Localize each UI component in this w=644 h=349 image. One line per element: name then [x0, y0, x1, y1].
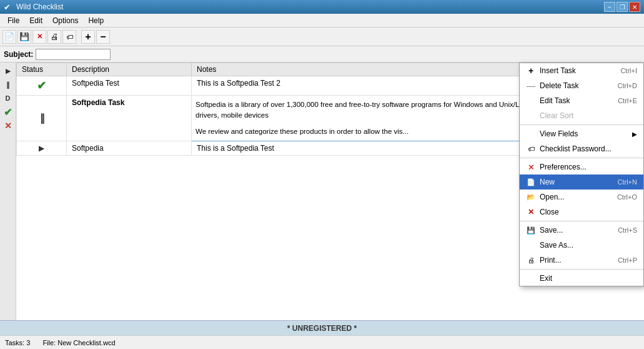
row3-status: ▶ [17, 141, 67, 155]
minimize-button[interactable]: − [604, 2, 615, 12]
toolbar-add[interactable]: + [81, 30, 95, 44]
ctx-saveas-label: Save As... [540, 241, 573, 250]
menu-edit[interactable]: Edit [24, 14, 47, 27]
menu-file[interactable]: File [2, 14, 24, 27]
ctx-open-label: Open... [540, 193, 564, 201]
context-menu: + Insert Task Ctrl+I — Delete Task Ctrl+… [519, 63, 644, 286]
ctx-save[interactable]: 💾 Save... Ctrl+S [520, 223, 643, 238]
ctx-prefs-icon: ✕ [526, 162, 536, 172]
toolbar-save[interactable]: 💾 [17, 30, 31, 44]
ctx-print[interactable]: 🖨 Print... Ctrl+P [520, 253, 643, 268]
ctx-delete[interactable]: — Delete Task Ctrl+D [520, 78, 643, 93]
toolbar-remove[interactable]: − [96, 30, 110, 44]
ctx-insert-icon: + [526, 66, 536, 76]
sidebar-pause[interactable]: ‖ [2, 78, 14, 91]
ctx-edit-label: Edit Task [540, 96, 570, 105]
ctx-save-icon: 💾 [526, 225, 536, 235]
ctx-sep4 [520, 269, 643, 270]
sidebar-x[interactable]: ✕ [2, 119, 14, 132]
row1-description: Softpedia Test [67, 76, 192, 96]
ctx-open[interactable]: 📂 Open... Ctrl+O [520, 190, 643, 205]
ctx-print-icon: 🖨 [526, 255, 536, 265]
app-icon: ✔ [4, 3, 12, 11]
ctx-clearsort: Clear Sort [520, 108, 643, 123]
ctx-new[interactable]: 📄 New Ctrl+N [520, 174, 643, 190]
sidebar-play[interactable]: ▶ [2, 64, 14, 77]
title-bar-text: Wild Checklist [16, 3, 63, 11]
menu-options[interactable]: Options [47, 14, 83, 27]
ctx-clearsort-label: Clear Sort [540, 111, 573, 120]
ctx-viewfields-arrow: ▶ [632, 131, 637, 138]
ctx-delete-icon: — [526, 81, 536, 91]
ctx-password[interactable]: 🏷 Checklist Password... [520, 141, 643, 156]
ctx-delete-label: Delete Task [540, 81, 578, 90]
ctx-sep3 [520, 221, 643, 221]
bottom-bar: * UNREGISTERED * [0, 320, 644, 335]
col-description: Description [67, 63, 192, 76]
ctx-edit-icon [526, 96, 536, 106]
ctx-exit-label: Exit [540, 274, 552, 283]
ctx-viewfields-label: View Fields [540, 129, 578, 138]
subject-label: Subject: [4, 50, 33, 59]
ctx-close-label: Close [540, 208, 559, 216]
check-mark: ✔ [37, 79, 46, 92]
ctx-saveas[interactable]: Save As... [520, 238, 643, 253]
title-bar: ✔ Wild Checklist − ❐ ✕ [0, 0, 644, 14]
subject-input[interactable] [36, 49, 111, 60]
ctx-clearsort-icon [526, 111, 536, 121]
ctx-new-label: New [540, 178, 555, 186]
toolbar-close[interactable]: ✕ [32, 30, 46, 44]
ctx-sep2 [520, 158, 643, 158]
maximize-button[interactable]: ❐ [617, 2, 628, 12]
ctx-edit-shortcut: Ctrl+E [618, 97, 637, 104]
file-name: New Checklist.wcd [57, 339, 115, 346]
ctx-preferences-label: Preferences... [540, 163, 587, 171]
ctx-password-icon: 🏷 [526, 144, 536, 154]
pause-mark: ‖ [40, 113, 44, 123]
unregistered-text: * UNREGISTERED * [287, 324, 357, 333]
ctx-new-icon: 📄 [526, 177, 536, 187]
toolbar-print[interactable]: 🖨 [47, 30, 61, 44]
ctx-viewfields-icon [526, 129, 536, 139]
sidebar-d[interactable]: D [2, 92, 14, 104]
ctx-insert-shortcut: Ctrl+I [620, 67, 637, 74]
ctx-saveas-icon [526, 240, 536, 250]
col-status: Status [17, 63, 67, 76]
ctx-edit[interactable]: Edit Task Ctrl+E [520, 93, 643, 108]
ctx-print-label: Print... [540, 256, 562, 265]
ctx-sep1 [520, 124, 643, 125]
ctx-new-shortcut: Ctrl+N [618, 178, 637, 186]
toolbar-new[interactable]: 📄 [2, 30, 16, 44]
close-window-button[interactable]: ✕ [629, 2, 640, 12]
ctx-close[interactable]: ✕ Close [520, 205, 643, 220]
main-area: ▶ ‖ D ✔ ✕ Status Description Notes ✔ S [0, 63, 644, 320]
ctx-delete-shortcut: Ctrl+D [618, 82, 637, 89]
ctx-exit-icon [526, 273, 536, 283]
ctx-preferences[interactable]: ✕ Preferences... [520, 159, 643, 174]
status-bar: Tasks: 3 File: New Checklist.wcd [0, 335, 644, 349]
tasks-label: Tasks: [5, 339, 24, 346]
subject-bar: Subject: [0, 46, 644, 63]
toolbar: 📄 💾 ✕ 🖨 🏷 + − [0, 28, 644, 46]
ctx-open-icon: 📂 [526, 192, 536, 202]
menu-help[interactable]: Help [83, 14, 109, 27]
tasks-count: 3 [26, 339, 30, 346]
ctx-exit[interactable]: Exit [520, 271, 643, 286]
ctx-save-label: Save... [540, 226, 563, 235]
ctx-close-icon: ✕ [526, 207, 536, 217]
ctx-viewfields[interactable]: View Fields ▶ [520, 126, 643, 141]
menu-bar: File Edit Options Help [0, 14, 644, 28]
row1-status: ✔ [17, 76, 67, 96]
sidebar-check[interactable]: ✔ [2, 106, 14, 118]
row2-description: Softpedia Task [67, 96, 192, 141]
toolbar-tag[interactable]: 🏷 [62, 30, 76, 44]
play-mark: ▶ [39, 144, 44, 153]
ctx-print-shortcut: Ctrl+P [618, 256, 637, 264]
ctx-save-shortcut: Ctrl+S [618, 226, 637, 234]
ctx-insert[interactable]: + Insert Task Ctrl+I [520, 63, 643, 78]
ctx-open-shortcut: Ctrl+O [617, 193, 637, 201]
row3-description: Softpedia [67, 141, 192, 155]
ctx-password-label: Checklist Password... [540, 144, 612, 153]
ctx-insert-label: Insert Task [540, 66, 576, 75]
row2-status: ‖ [17, 96, 67, 141]
